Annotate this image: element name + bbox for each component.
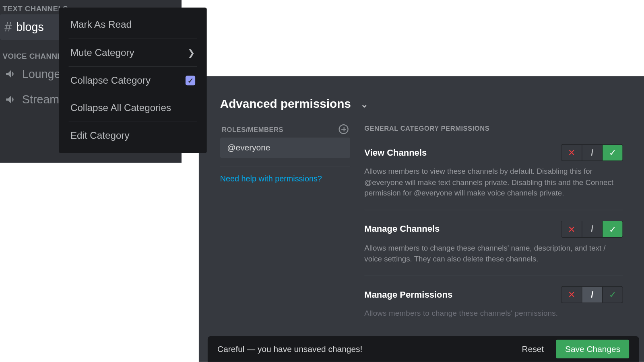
permissions-column: GENERAL CATEGORY PERMISSIONS View Channe… xyxy=(364,124,623,330)
deny-button[interactable]: ✕ xyxy=(561,221,582,237)
save-changes-button[interactable]: Save Changes xyxy=(556,340,629,358)
menu-label: Collapse Category xyxy=(70,75,151,86)
permission-manage-channels: Manage Channels ✕ / ✓ Allows members to … xyxy=(364,221,623,276)
category-settings-panel: Advanced permissions ⌄ ROLES/MEMBERS @ev… xyxy=(199,76,644,362)
menu-label: Mark As Read xyxy=(70,19,132,31)
speaker-icon xyxy=(4,67,18,80)
permission-title: Manage Permissions xyxy=(364,290,452,300)
category-context-menu: Mark As Read Mute Category ❯ Collapse Ca… xyxy=(59,8,206,153)
allow-button[interactable]: ✓ xyxy=(602,145,623,161)
roles-members-header: ROLES/MEMBERS xyxy=(222,125,283,133)
unsaved-changes-bar: Careful — you have unsaved changes! Rese… xyxy=(208,336,639,362)
channel-name: blogs xyxy=(16,20,43,34)
role-everyone[interactable]: @everyone xyxy=(220,138,350,158)
allow-button[interactable]: ✓ xyxy=(602,221,623,237)
neutral-button[interactable]: / xyxy=(582,287,602,303)
menu-label: Collapse All Categories xyxy=(70,102,171,114)
deny-button[interactable]: ✕ xyxy=(561,287,582,303)
tri-toggle: ✕ / ✓ xyxy=(561,221,623,238)
menu-mark-as-read[interactable]: Mark As Read xyxy=(63,11,202,39)
menu-mute-category[interactable]: Mute Category ❯ xyxy=(63,39,202,66)
reset-button[interactable]: Reset xyxy=(522,344,544,354)
permission-description: Allows members to change these channels'… xyxy=(364,243,623,265)
roles-column: ROLES/MEMBERS @everyone Need help with p… xyxy=(220,124,350,330)
chevron-down-icon: ⌄ xyxy=(361,99,368,109)
permission-manage-permissions: Manage Permissions ✕ / ✓ Allows members … xyxy=(364,286,623,330)
permission-view-channels: View Channels ✕ / ✓ Allows members to vi… xyxy=(364,144,623,210)
add-role-button[interactable] xyxy=(339,124,349,134)
neutral-button[interactable]: / xyxy=(582,145,602,161)
chevron-right-icon: ❯ xyxy=(188,47,195,58)
permission-title: Manage Channels xyxy=(364,224,440,234)
tri-toggle: ✕ / ✓ xyxy=(561,144,623,161)
general-permissions-header: GENERAL CATEGORY PERMISSIONS xyxy=(364,124,623,144)
menu-label: Mute Category xyxy=(70,47,134,59)
menu-collapse-category[interactable]: Collapse Category ✓ xyxy=(63,67,202,94)
permission-description: Allows members to change these channels'… xyxy=(364,309,623,319)
menu-label: Edit Category xyxy=(70,130,130,142)
advanced-permissions-header[interactable]: Advanced permissions ⌄ xyxy=(220,97,623,111)
permission-description: Allows members to view these channels by… xyxy=(364,167,623,199)
role-label: @everyone xyxy=(227,143,270,152)
allow-button[interactable]: ✓ xyxy=(602,287,623,303)
deny-button[interactable]: ✕ xyxy=(561,145,582,161)
permissions-help-link[interactable]: Need help with permissions? xyxy=(220,166,350,184)
speaker-icon xyxy=(4,93,18,106)
neutral-button[interactable]: / xyxy=(582,221,602,237)
hash-icon: # xyxy=(4,19,12,34)
permission-title: View Channels xyxy=(364,148,427,158)
unsaved-message: Careful — you have unsaved changes! xyxy=(217,344,362,354)
voice-channel-name: Lounge xyxy=(22,67,60,81)
checkbox-icon: ✓ xyxy=(186,76,195,85)
tri-toggle: ✕ / ✓ xyxy=(561,286,623,303)
menu-edit-category[interactable]: Edit Category xyxy=(63,122,202,150)
advanced-permissions-title: Advanced permissions xyxy=(220,97,351,111)
menu-collapse-all[interactable]: Collapse All Categories xyxy=(63,94,202,121)
